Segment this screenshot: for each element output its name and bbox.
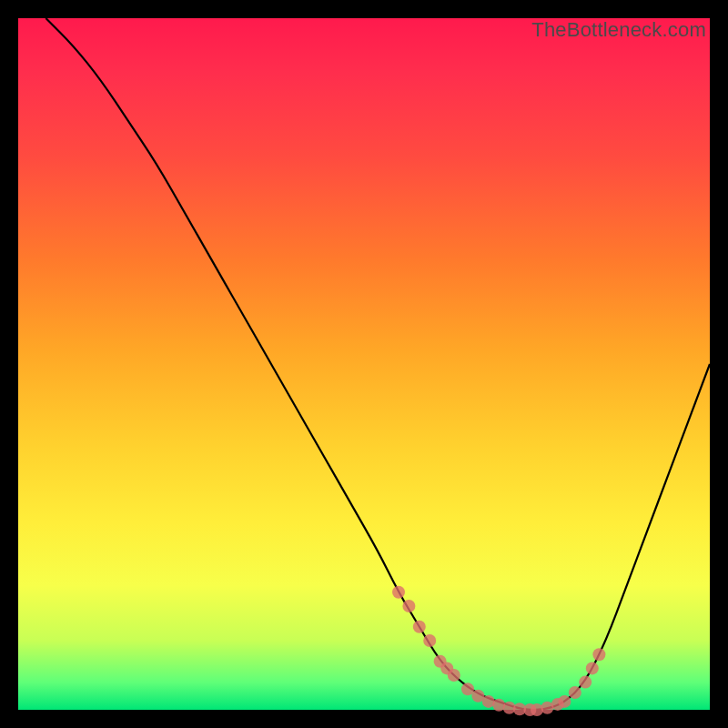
data-marker bbox=[423, 634, 436, 647]
data-marker bbox=[586, 662, 599, 674]
bottleneck-curve-line bbox=[46, 18, 710, 710]
data-marker bbox=[392, 586, 405, 599]
data-marker bbox=[592, 648, 605, 661]
data-marker bbox=[448, 669, 460, 682]
data-marker bbox=[402, 600, 415, 612]
data-marker bbox=[569, 686, 581, 699]
marker-group bbox=[392, 586, 605, 716]
data-marker bbox=[558, 695, 571, 708]
data-marker bbox=[579, 676, 592, 689]
data-marker bbox=[461, 682, 474, 695]
chart-svg bbox=[18, 18, 710, 710]
data-marker bbox=[413, 621, 426, 633]
chart-frame: TheBottleneck.com bbox=[18, 18, 710, 710]
